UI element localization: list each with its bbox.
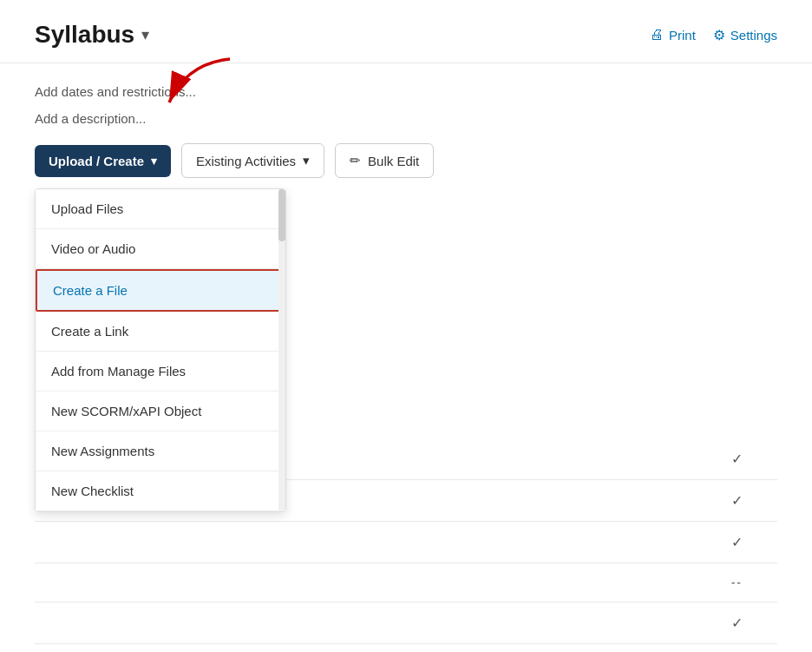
pencil-icon: ✏	[350, 153, 361, 168]
dropdown-item-new-checklist[interactable]: New Checklist	[36, 471, 285, 511]
check-icon: ✓	[731, 492, 743, 509]
print-button[interactable]: 🖨 Print	[650, 27, 696, 43]
upload-create-button[interactable]: Upload / Create ▾	[35, 145, 171, 177]
dropdown-item-add-manage-files[interactable]: Add from Manage Files	[36, 352, 285, 392]
settings-label: Settings	[730, 28, 777, 43]
gear-icon: ⚙	[713, 27, 725, 43]
dropdown-item-scorm[interactable]: New SCORM/xAPI Object	[36, 392, 285, 431]
dropdown-item-video-audio[interactable]: Video or Audio	[36, 229, 285, 269]
bulk-edit-button[interactable]: ✏ Bulk Edit	[335, 143, 434, 178]
check-icon: ✓	[731, 451, 743, 467]
header-actions: 🖨 Print ⚙ Settings	[650, 27, 777, 43]
dropdown-item-create-link[interactable]: Create a Link	[36, 312, 285, 352]
existing-chevron-icon: ▾	[303, 153, 310, 168]
settings-button[interactable]: ⚙ Settings	[713, 27, 777, 43]
add-description-link[interactable]: Add a description...	[35, 111, 777, 126]
print-icon: 🖨	[650, 27, 664, 43]
table-row: ✓	[35, 603, 777, 644]
dropdown-item-upload-files[interactable]: Upload Files	[36, 189, 285, 229]
existing-activities-label: Existing Activities	[196, 154, 296, 168]
upload-chevron-icon: ▾	[151, 155, 157, 168]
bulk-edit-label: Bulk Edit	[368, 154, 419, 168]
content-area: Add dates and restrictions... Add a desc…	[0, 63, 812, 652]
add-dates-link[interactable]: Add dates and restrictions...	[35, 84, 777, 99]
upload-create-dropdown: Upload Files Video or Audio Create a Fil…	[35, 188, 286, 512]
check-icon: ✓	[731, 615, 743, 631]
title-area: Syllabus ▾	[35, 21, 149, 49]
scrollbar-thumb[interactable]	[278, 189, 285, 241]
dropdown-item-new-assignments[interactable]: New Assignments	[36, 431, 285, 471]
dropdown-menu-inner: Upload Files Video or Audio Create a Fil…	[36, 189, 285, 511]
dropdown-item-create-file[interactable]: Create a File	[36, 269, 285, 312]
page-title: Syllabus	[35, 21, 134, 49]
print-label: Print	[669, 28, 696, 43]
dash-icon: --	[731, 576, 743, 589]
upload-create-label: Upload / Create	[49, 154, 144, 168]
scrollbar-track[interactable]	[278, 189, 285, 511]
check-icon: ✓	[731, 534, 743, 550]
chevron-down-icon[interactable]: ▾	[141, 25, 149, 44]
page-header: Syllabus ▾ 🖨 Print ⚙ Settings	[0, 0, 812, 63]
table-row: ✓	[35, 522, 777, 563]
toolbar: Upload / Create ▾ Existing Activities ▾ …	[35, 143, 777, 178]
table-row: --	[35, 563, 777, 603]
existing-activities-button[interactable]: Existing Activities ▾	[181, 143, 324, 178]
